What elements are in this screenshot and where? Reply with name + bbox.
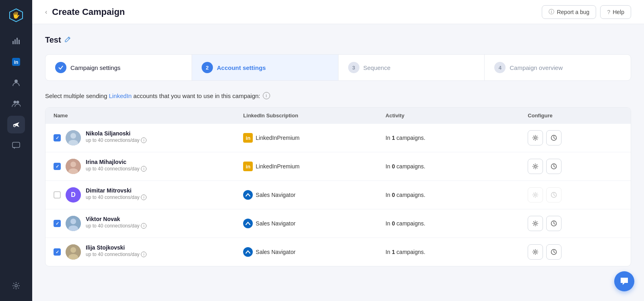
account-cell-irina: Irina Mihajlovic up to 40 connections/da… xyxy=(54,159,243,174)
account-cell-nikola: Nikola Siljanoski up to 40 connections/d… xyxy=(54,130,243,145)
svg-point-13 xyxy=(15,285,17,287)
campaign-name-row: Test xyxy=(45,35,631,45)
page-title: Create Campaign xyxy=(52,7,125,17)
schedule-button-viktor[interactable] xyxy=(546,216,561,231)
back-button[interactable]: ‹ xyxy=(45,8,47,16)
subscription-nikola: in LinkedInPremium xyxy=(243,133,386,143)
steps-bar: Campaign settings 2 Account settings 3 S… xyxy=(45,54,631,81)
subscription-ilija: Sales Navigator xyxy=(243,247,386,257)
col-activity: Activity xyxy=(386,113,528,119)
col-configure: Configure xyxy=(528,113,623,119)
header-left: ‹ Create Campaign xyxy=(45,7,125,17)
account-cell-ilija: Ilija Stojkovski up to 40 connections/da… xyxy=(54,244,243,260)
activity-dimitar: In 0 campaigns. xyxy=(386,192,528,198)
svg-rect-4 xyxy=(17,38,18,44)
settings-button-irina[interactable] xyxy=(528,159,543,174)
subscription-dimitar: Sales Navigator xyxy=(243,190,386,200)
limit-info-icon-ilija: i xyxy=(141,252,147,257)
avatar-viktor xyxy=(66,216,81,231)
checkbox-nikola[interactable] xyxy=(54,134,61,141)
step-campaign-settings[interactable]: Campaign settings xyxy=(45,55,192,80)
content-area: Test Campaign settings 2 Account set xyxy=(32,24,644,301)
account-limit-viktor: up to 40 connections/day i xyxy=(86,223,147,229)
svg-rect-3 xyxy=(14,39,16,44)
configure-ilija xyxy=(528,244,623,260)
sidebar-item-groups[interactable] xyxy=(7,95,25,113)
settings-button-dimitar xyxy=(528,187,543,203)
info-icon: i xyxy=(263,92,270,99)
premium-icon-nikola: in xyxy=(243,133,253,143)
subscription-irina: in LinkedInPremium xyxy=(243,162,386,171)
table-row: Nikola Siljanoski up to 40 connections/d… xyxy=(45,123,631,152)
account-limit-nikola: up to 40 connections/day i xyxy=(86,137,147,143)
avatar-dimitar: D xyxy=(66,187,81,203)
checkbox-irina[interactable] xyxy=(54,163,61,170)
step-label-3: Sequence xyxy=(363,64,391,71)
svg-point-15 xyxy=(70,133,76,139)
checkbox-dimitar[interactable] xyxy=(54,191,61,199)
sidebar-item-campaigns[interactable] xyxy=(7,116,25,133)
sidebar-item-analytics[interactable] xyxy=(7,32,25,50)
schedule-button-ilija[interactable] xyxy=(546,244,561,260)
table-row: D Dimitar Mitrovski up to 40 connections… xyxy=(45,180,631,209)
edit-campaign-name-button[interactable] xyxy=(64,36,71,44)
checkbox-viktor[interactable] xyxy=(54,220,61,227)
schedule-button-irina[interactable] xyxy=(546,159,561,174)
sidebar-item-settings[interactable] xyxy=(7,277,25,295)
account-name-irina: Irina Mihajlovic xyxy=(86,159,147,165)
salesnav-icon-viktor xyxy=(243,219,253,228)
sidebar: 🖐 in xyxy=(0,0,32,301)
premium-icon-irina: in xyxy=(243,162,253,171)
account-limit-dimitar: up to 40 connections/day i xyxy=(86,195,147,200)
settings-button-viktor[interactable] xyxy=(528,216,543,231)
settings-button-nikola[interactable] xyxy=(528,130,543,145)
svg-point-32 xyxy=(70,247,76,253)
account-name-dimitar: Dimitar Mitrovski xyxy=(86,187,147,194)
svg-point-29 xyxy=(535,223,537,225)
subscription-viktor: Sales Navigator xyxy=(243,219,386,228)
col-subscription: LinkedIn Subscription xyxy=(243,113,386,119)
step-label-1: Campaign settings xyxy=(70,64,120,71)
account-cell-dimitar: D Dimitar Mitrovski up to 40 connections… xyxy=(54,187,243,203)
step-account-settings[interactable]: 2 Account settings xyxy=(192,55,339,80)
schedule-button-dimitar xyxy=(546,187,561,203)
svg-point-22 xyxy=(535,166,537,168)
svg-point-20 xyxy=(70,162,76,167)
account-info-ilija: Ilija Stojkovski up to 40 connections/da… xyxy=(86,244,147,257)
sidebar-item-linkedin[interactable]: in xyxy=(7,53,25,71)
activity-irina: In 0 campaigns. xyxy=(386,163,528,170)
svg-point-9 xyxy=(14,101,17,104)
help-button[interactable]: ? Help xyxy=(600,5,631,19)
report-bug-button[interactable]: ⓘ Report a bug xyxy=(542,5,596,19)
sidebar-item-messages[interactable] xyxy=(7,137,25,154)
chat-bubble-button[interactable] xyxy=(614,271,634,291)
step-campaign-overview[interactable]: 4 Campaign overview xyxy=(485,55,631,80)
app-logo[interactable]: 🖐 xyxy=(7,6,25,24)
account-info-nikola: Nikola Siljanoski up to 40 connections/d… xyxy=(86,130,147,143)
sidebar-item-people[interactable] xyxy=(7,74,25,92)
table-row: Viktor Novak up to 40 connections/day i … xyxy=(45,209,631,238)
account-name-ilija: Ilija Stojkovski xyxy=(86,244,147,251)
svg-point-27 xyxy=(70,219,76,224)
svg-point-8 xyxy=(14,80,18,83)
linkedin-link[interactable]: LinkedIn xyxy=(109,92,132,99)
salesnav-icon-dimitar xyxy=(243,190,253,200)
limit-info-icon-irina: i xyxy=(141,166,147,172)
step-label-2: Account settings xyxy=(217,64,266,71)
account-info-viktor: Viktor Novak up to 40 connections/day i xyxy=(86,216,147,229)
header: ‹ Create Campaign ⓘ Report a bug ? Help xyxy=(32,0,644,24)
col-name: Name xyxy=(54,113,243,119)
step-sequence[interactable]: 3 Sequence xyxy=(339,55,485,80)
accounts-table: Name LinkedIn Subscription Activity Conf… xyxy=(45,107,631,266)
checkbox-ilija[interactable] xyxy=(54,248,61,256)
limit-info-icon-dimitar: i xyxy=(141,195,147,200)
avatar-ilija xyxy=(66,244,81,260)
svg-point-11 xyxy=(14,125,16,127)
header-actions: ⓘ Report a bug ? Help xyxy=(542,5,631,19)
configure-dimitar xyxy=(528,187,623,203)
table-row: Ilija Stojkovski up to 40 connections/da… xyxy=(45,238,631,266)
settings-button-ilija[interactable] xyxy=(528,244,543,260)
svg-point-10 xyxy=(17,101,19,104)
account-info-dimitar: Dimitar Mitrovski up to 40 connections/d… xyxy=(86,187,147,200)
schedule-button-nikola[interactable] xyxy=(546,130,561,145)
